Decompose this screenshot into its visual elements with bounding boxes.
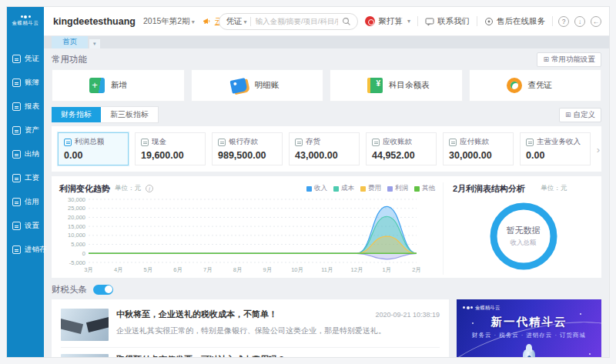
kpi-scroll-right-icon[interactable]: › <box>597 143 600 155</box>
info-icon[interactable]: i <box>146 185 153 192</box>
legend-item[interactable]: 其他 <box>414 184 435 193</box>
kpi-card-receivable[interactable]: 应收账款44,952.00 <box>366 132 437 165</box>
svg-text:10月: 10月 <box>291 266 303 273</box>
kpi-card-bank-deposit[interactable]: 银行存款989,500.00 <box>212 132 283 165</box>
caret-down-icon: ▾ <box>407 18 410 25</box>
sidebar-item-cashier[interactable]: 出纳 <box>7 142 44 166</box>
banner-subline: 财务云 · 税务云 · 进销存云 · 订货商城 <box>457 332 601 339</box>
svg-text:4月: 4月 <box>114 266 123 273</box>
svg-text:5月: 5月 <box>144 266 153 273</box>
legend-item[interactable]: 成本 <box>333 184 354 193</box>
search-input[interactable] <box>255 17 338 25</box>
legend-item[interactable]: 收入 <box>306 184 327 193</box>
sidebar-item-assets[interactable]: 资产 <box>7 119 44 142</box>
top-header: 金蝶精斗云 kingdeetesthuang 2015年第2期▾ 云会计更新公告… <box>7 7 609 36</box>
legend-swatch-icon <box>387 186 393 192</box>
kpi-icon <box>218 139 226 146</box>
tab-caret-icon[interactable]: ▾ <box>89 39 100 48</box>
legend-swatch-icon <box>306 186 312 192</box>
profit-structure-section: 2月利润表结构分析 单位：元 暂无数据 收入总额 <box>443 182 594 275</box>
back-icon[interactable]: ← <box>591 16 601 27</box>
calculator-link[interactable]: 聚打算 ▾ <box>363 16 412 27</box>
legend-item[interactable]: 费用 <box>360 184 381 193</box>
grid-icon: ⊞ <box>565 111 571 119</box>
period-selector[interactable]: 2015年第2期▾ <box>143 16 195 27</box>
news-item[interactable]: 中秋将至，企业送礼的税收成本，不简单！ 2020-09-21 10:38:19 … <box>61 306 440 347</box>
quick-card-detail-ledger[interactable]: 明细账 <box>191 69 324 102</box>
account-name: kingdeetesthuang <box>53 16 136 27</box>
legend-item[interactable]: 利润 <box>387 184 408 193</box>
quick-functions-settings-button[interactable]: ⊞常用功能设置 <box>537 52 601 67</box>
svg-text:15,000: 15,000 <box>68 223 85 230</box>
svg-text:3月: 3月 <box>84 266 93 273</box>
svg-text:25,000: 25,000 <box>68 205 85 212</box>
svg-text:1月: 1月 <box>382 266 391 273</box>
megaphone-icon <box>203 17 212 26</box>
search-icon[interactable] <box>342 17 351 26</box>
kpi-icon <box>526 139 534 146</box>
search-category-select[interactable]: 凭证▾ <box>226 16 246 27</box>
news-panel: 中秋将至，企业送礼的税收成本，不简单！ 2020-09-21 10:38:19 … <box>52 299 449 357</box>
kpi-card-main-revenue[interactable]: 主营业务收入0.00 <box>520 132 591 165</box>
kpi-panel: 利润总额0.00 现金19,600.00 银行存款989,500.00 存货43… <box>52 126 601 172</box>
kpi-card-cash[interactable]: 现金19,600.00 <box>135 132 206 165</box>
sidebar-item-voucher[interactable]: 凭证 <box>7 47 44 71</box>
quick-card-account-balance[interactable]: 科目余额表 <box>330 69 463 102</box>
news-item[interactable]: 取得预付卡充值发票，可以计入成本费用吗？ 2020-09-18 09:34:26… <box>61 347 440 357</box>
kpi-icon <box>141 139 149 146</box>
balance-book-icon <box>367 78 383 93</box>
svg-text:5,000: 5,000 <box>71 241 85 248</box>
news-toggle[interactable] <box>93 285 113 295</box>
tab-home[interactable]: 首页 <box>52 36 88 48</box>
news-section-title: 财税头条 <box>52 284 87 296</box>
after-sales-service-link[interactable]: 售后在线服务 <box>483 16 547 27</box>
banner-logo: 金蝶精斗云 <box>463 305 500 312</box>
settings-gear-icon <box>12 222 21 230</box>
tab-neeq-indicators[interactable]: 新三板指标 <box>101 106 159 123</box>
pie-unit-label: 单位：元 <box>541 184 567 193</box>
news-date: 2020-09-18 09:34:26 <box>375 356 440 357</box>
svg-text:6月: 6月 <box>173 266 182 273</box>
grid-icon: ⊞ <box>543 55 549 63</box>
report-icon <box>12 102 21 111</box>
kingdee-logo-icon <box>21 15 31 18</box>
download-icon[interactable]: ↓ <box>574 16 585 27</box>
news-thumbnail <box>61 354 109 357</box>
app-frame: 金蝶精斗云 kingdeetesthuang 2015年第2期▾ 云会计更新公告… <box>0 0 616 364</box>
headset-icon <box>484 17 494 26</box>
contact-us-link[interactable]: 联系我们 <box>424 16 471 27</box>
credit-icon <box>12 198 21 206</box>
sidebar-item-settings[interactable]: 设置 <box>7 214 44 238</box>
donut-center-label: 收入总额 <box>511 239 537 248</box>
brand-name: 金蝶精斗云 <box>12 20 39 27</box>
kpi-card-inventory[interactable]: 存货43,000.00 <box>289 132 360 165</box>
calculator-icon <box>365 16 375 26</box>
svg-text:12月: 12月 <box>351 266 363 273</box>
svg-text:30,000: 30,000 <box>68 196 85 203</box>
chat-icon <box>425 17 434 26</box>
sidebar-item-payroll[interactable]: 工资 <box>7 166 44 190</box>
sidebar-item-reports[interactable]: 报表 <box>7 95 44 119</box>
sidebar-item-credit[interactable]: 信用 <box>7 190 44 214</box>
promo-banner[interactable]: 金蝶精斗云 新一代精斗云 财务云 · 税务云 · 进销存云 · 订货商城 <box>457 299 601 357</box>
kpi-card-payable[interactable]: 应付账款30,000.00 <box>443 132 514 165</box>
svg-text:10,000: 10,000 <box>68 232 85 239</box>
svg-text:20,000: 20,000 <box>68 214 85 221</box>
quick-card-new-voucher[interactable]: 新增 <box>52 69 185 102</box>
svg-text:8月: 8月 <box>233 266 243 273</box>
app-logo[interactable]: 金蝶精斗云 <box>7 7 44 36</box>
tags-icon <box>229 78 247 94</box>
kpi-card-total-profit[interactable]: 利润总额0.00 <box>58 132 129 165</box>
asset-icon <box>12 126 21 135</box>
legend-swatch-icon <box>414 186 420 192</box>
quick-card-search-voucher[interactable]: 查凭证 <box>469 69 602 102</box>
tab-financial-indicators[interactable]: 财务指标 <box>52 107 101 122</box>
help-icon[interactable]: ? <box>558 16 569 27</box>
sidebar-item-ledger[interactable]: 账簿 <box>7 71 44 95</box>
tab-strip: 首页 ▾ <box>44 36 609 48</box>
pie-chart-title: 2月利润表结构分析 <box>453 183 525 195</box>
sidebar-item-inventory[interactable]: 进销存 <box>7 238 44 262</box>
kingdee-logo-icon <box>463 306 473 309</box>
customize-button[interactable]: ⊞自定义 <box>559 108 601 122</box>
voucher-search-icon <box>507 78 522 93</box>
